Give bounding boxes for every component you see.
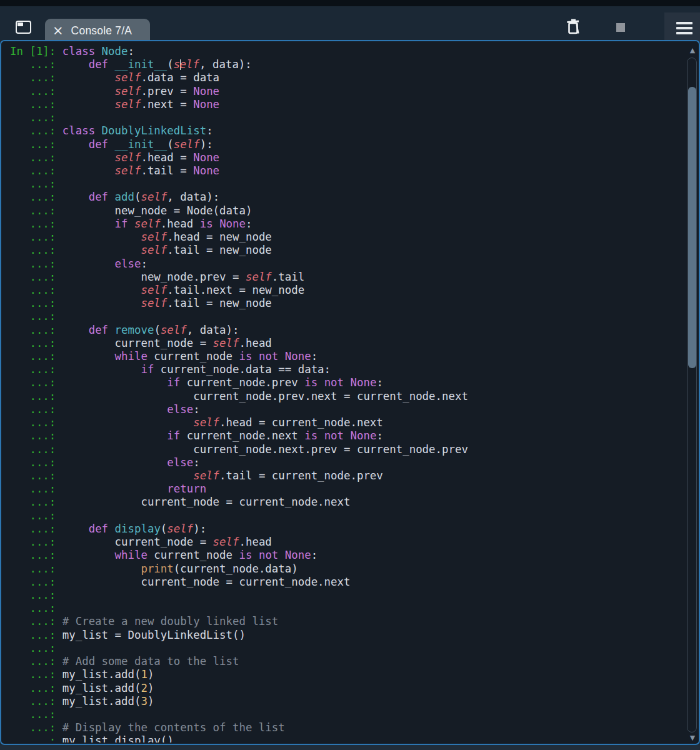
- continuation-prompt: ...:: [10, 124, 62, 137]
- code-token: return: [167, 482, 206, 495]
- code-token: while: [115, 350, 148, 362]
- code-token: [62, 164, 115, 177]
- code-token: self: [246, 271, 272, 283]
- continuation-prompt: ...:: [10, 297, 62, 309]
- code-token: [62, 562, 141, 575]
- continuation-prompt: ...:: [10, 602, 62, 614]
- console-line: ...: return: [10, 482, 698, 496]
- continuation-prompt: ...:: [10, 589, 62, 601]
- code-token: [108, 324, 114, 336]
- console-line: ...: new_node = Node(data): [10, 204, 698, 218]
- console-line: ...: else:: [10, 258, 698, 271]
- code-token: current_node = current_node.next: [62, 576, 351, 588]
- code-token: if: [167, 376, 180, 389]
- continuation-prompt: ...:: [10, 629, 62, 641]
- continuation-prompt: ...:: [10, 615, 62, 628]
- code-token: ): [148, 682, 154, 694]
- console-line: ...: # Add some data to the list: [10, 655, 698, 668]
- code-token: [62, 71, 115, 84]
- code-token: add: [115, 191, 134, 203]
- code-token: [62, 58, 89, 71]
- code-token: [278, 549, 284, 561]
- code-token: my_list = DoublyLinkedList(): [62, 629, 246, 641]
- code-token: remove: [115, 324, 154, 336]
- code-token: [278, 350, 284, 362]
- vertical-scrollbar[interactable]: ▲ ▼: [686, 41, 699, 744]
- code-token: self: [174, 138, 200, 151]
- console-line: ...: if self.head is None:: [10, 218, 698, 231]
- code-token: def: [89, 138, 108, 151]
- console-line: ...: my_list = DoublyLinkedList(): [10, 629, 698, 642]
- tab-console-7a[interactable]: × Console 7/A: [45, 19, 150, 42]
- code-token: [62, 98, 115, 111]
- code-token: (: [154, 324, 160, 336]
- code-token: [62, 549, 115, 561]
- code-token: self: [213, 337, 239, 349]
- code-token: if: [141, 363, 154, 376]
- console-line: ...: self.tail = current_node.prev: [10, 469, 698, 482]
- continuation-prompt: ...:: [10, 562, 62, 575]
- code-token: [62, 297, 141, 309]
- options-menu-button[interactable]: [674, 20, 694, 38]
- continuation-prompt: ...:: [10, 350, 62, 362]
- code-token: [252, 549, 258, 561]
- code-token: None: [193, 164, 219, 177]
- console-line: ...: current_node = current_node.next: [10, 576, 698, 589]
- continuation-prompt: ...:: [10, 363, 62, 376]
- code-token: [108, 191, 114, 203]
- code-token: [62, 191, 89, 203]
- continuation-prompt: ...:: [10, 496, 62, 508]
- code-token: :: [376, 429, 382, 442]
- code-token: [318, 376, 324, 389]
- scroll-down-arrow-icon[interactable]: ▼: [686, 734, 699, 742]
- console-code[interactable]: In [1]: class Node: ...: def __init__(se…: [2, 42, 698, 742]
- console-line: ...: if current_node.data == data:: [10, 363, 698, 376]
- code-token: print: [141, 562, 173, 575]
- code-token: Node: [102, 45, 128, 58]
- continuation-prompt: ...:: [10, 218, 62, 230]
- code-token: [108, 138, 114, 151]
- console-line: ...:: [10, 642, 698, 655]
- code-token: current_node: [148, 549, 239, 561]
- code-token: ):: [193, 522, 206, 535]
- code-token: .prev =: [141, 85, 193, 98]
- console-line: ...: my_list.add(1): [10, 668, 698, 681]
- code-token: is: [239, 549, 252, 561]
- continuation-prompt: ...:: [10, 244, 62, 256]
- code-token: .head: [239, 536, 271, 548]
- code-token: [62, 258, 115, 270]
- continuation-prompt: ...:: [10, 284, 62, 296]
- continuation-prompt: ...:: [10, 403, 62, 416]
- code-token: my_list.add(: [62, 695, 141, 708]
- continuation-prompt: ...:: [10, 721, 62, 734]
- scrollbar-thumb[interactable]: [688, 87, 696, 368]
- continuation-prompt: ...:: [10, 231, 62, 243]
- code-token: None: [285, 549, 311, 561]
- code-token: [62, 376, 168, 389]
- code-token: (: [134, 191, 141, 203]
- code-token: class: [62, 45, 95, 58]
- stop-icon[interactable]: [616, 23, 625, 32]
- console-line: ...: def __init__(self):: [10, 138, 698, 151]
- code-token: self: [115, 151, 141, 164]
- code-token: __init__: [115, 138, 168, 151]
- ipython-console[interactable]: In [1]: class Node: ...: def __init__(se…: [0, 40, 700, 745]
- code-token: current_node =: [62, 536, 213, 548]
- continuation-prompt: ...:: [10, 469, 62, 482]
- remove-variables-button[interactable]: [563, 17, 583, 37]
- code-token: self: [115, 164, 141, 177]
- continuation-prompt: ...:: [10, 509, 62, 522]
- code-token: , data):: [167, 191, 219, 203]
- scroll-up-arrow-icon[interactable]: ▲: [686, 46, 699, 54]
- code-token: :: [311, 549, 318, 561]
- console-line: ...: while current_node is not None:: [10, 350, 698, 363]
- continuation-prompt: ...:: [10, 695, 62, 708]
- continuation-prompt: ...:: [10, 204, 62, 217]
- close-icon[interactable]: ×: [52, 24, 64, 38]
- code-token: new_node = Node(data): [62, 204, 252, 217]
- continuation-prompt: ...:: [10, 682, 62, 694]
- code-token: :: [376, 376, 382, 389]
- code-token: is: [304, 429, 318, 442]
- code-token: [62, 416, 193, 429]
- browse-tabs-button[interactable]: [12, 18, 34, 36]
